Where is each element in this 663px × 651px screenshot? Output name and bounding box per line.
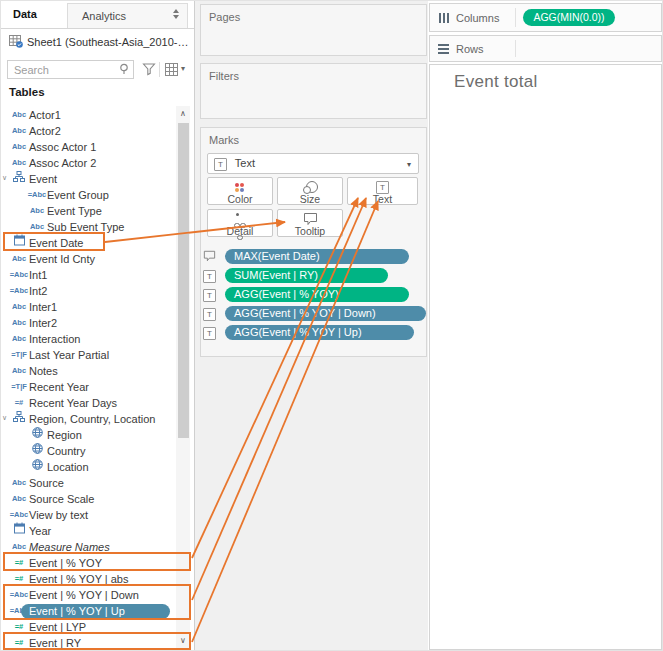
- text-mark-icon: T: [203, 326, 216, 340]
- field-actor2[interactable]: AbcActor2: [1, 122, 175, 138]
- field-location[interactable]: Location: [1, 458, 175, 474]
- field-event-group[interactable]: =AbcEvent Group: [1, 186, 175, 202]
- field-event-type[interactable]: AbcEvent Type: [1, 202, 175, 218]
- marks-pill-row: TSUM(Event | RY): [203, 267, 427, 286]
- field-label: Recent Year: [29, 381, 89, 393]
- num-icon: =#: [9, 619, 29, 635]
- field-country[interactable]: Country: [1, 442, 175, 458]
- field-recent-year[interactable]: =T|FRecent Year: [1, 378, 175, 394]
- field-label: Region, Country, Location: [29, 413, 155, 425]
- columns-shelf[interactable]: Columns AGG(MIN(0.0)): [429, 3, 662, 32]
- field-actor1[interactable]: AbcActor1: [1, 106, 175, 122]
- abc-icon: Abc: [9, 315, 29, 331]
- field-measure-names[interactable]: AbcMeasure Names: [1, 538, 175, 554]
- marks-pill[interactable]: AGG(Event | % YOY): [225, 287, 409, 302]
- filter-funnel-icon[interactable]: [142, 62, 156, 76]
- abc-icon: Abc: [9, 299, 29, 315]
- field-assoc-actor-2[interactable]: AbcAssoc Actor 2: [1, 154, 175, 170]
- tab-analytics[interactable]: Analytics: [67, 3, 188, 28]
- button-label: Size: [278, 194, 342, 204]
- abc-icon: Abc: [9, 475, 29, 491]
- field-region[interactable]: Region: [1, 426, 175, 442]
- marks-card: Marks T Text ▾ ColorSizeTText DetailTool…: [200, 127, 427, 357]
- expander-chevron-icon[interactable]: ∨: [2, 170, 9, 186]
- tooltip-bubble-icon: [203, 250, 216, 264]
- divider: [515, 8, 516, 27]
- field-event-id-cnty[interactable]: AbcEvent Id Cnty: [1, 250, 175, 266]
- rows-shelf[interactable]: Rows: [429, 35, 662, 62]
- field-int2[interactable]: =AbcInt2: [1, 282, 175, 298]
- datasource-item[interactable]: Sheet1 (Southeast-Asia_2010-202...: [9, 34, 189, 50]
- filters-shelf[interactable]: Filters: [200, 63, 427, 119]
- field-source[interactable]: AbcSource: [1, 474, 175, 490]
- field-last-year-partial[interactable]: =T|FLast Year Partial: [1, 346, 175, 362]
- scrollbar[interactable]: ∧ ∨: [176, 106, 190, 650]
- field-view-by-text[interactable]: =AbcView by text: [1, 506, 175, 522]
- field-interaction[interactable]: AbcInteraction: [1, 330, 175, 346]
- scroll-down-icon[interactable]: ∨: [176, 635, 190, 647]
- field-event-date[interactable]: Event Date: [1, 234, 175, 250]
- field-notes[interactable]: AbcNotes: [1, 362, 175, 378]
- field-label: Last Year Partial: [29, 349, 109, 361]
- data-pane: Data Analytics Sheet1 (Southeast-Asia_20…: [1, 1, 194, 651]
- eq-abc-icon: =Abc: [9, 507, 29, 523]
- text-mark-icon: T: [203, 307, 216, 321]
- tooltip-button[interactable]: Tooltip: [277, 209, 343, 237]
- marks-label: Marks: [209, 134, 239, 146]
- field-label: Sub Event Type: [47, 221, 124, 233]
- marks-pill[interactable]: AGG(Event | % YOY | Up): [225, 325, 414, 340]
- field-event-ry[interactable]: =#Event | RY: [1, 634, 175, 650]
- field-label: Event: [29, 173, 57, 185]
- chevron-down-icon[interactable]: ▾: [181, 64, 185, 73]
- marks-pill[interactable]: AGG(Event | % YOY | Down): [225, 306, 426, 321]
- field-recent-year-days[interactable]: =#Recent Year Days: [1, 394, 175, 410]
- detail-dots-icon: [232, 212, 248, 224]
- eq-abc-icon: =Abc: [9, 283, 29, 299]
- field-event-yoy-down[interactable]: =AbcEvent | % YOY | Down: [1, 586, 175, 602]
- tab-data[interactable]: Data: [1, 1, 67, 28]
- marks-pill[interactable]: MAX(Event Date): [225, 249, 409, 264]
- field-inter2[interactable]: AbcInter2: [1, 314, 175, 330]
- field-sub-event-type[interactable]: AbcSub Event Type: [1, 218, 175, 234]
- divider: [159, 62, 160, 77]
- expander-chevron-icon[interactable]: ∨: [2, 410, 9, 426]
- pages-shelf[interactable]: Pages: [200, 4, 427, 56]
- field-assoc-actor-1[interactable]: AbcAssoc Actor 1: [1, 138, 175, 154]
- field-event-yoy[interactable]: =#Event | % YOY: [1, 554, 175, 570]
- chevron-down-icon[interactable]: ▾: [407, 161, 411, 169]
- pane-collapse-icon[interactable]: [173, 9, 180, 19]
- field-region-country-location[interactable]: ∨Region, Country, Location: [1, 410, 175, 426]
- eq-tf-icon: =T|F: [9, 347, 29, 363]
- pane-tabs: Data Analytics: [1, 1, 194, 29]
- columns-pill[interactable]: AGG(MIN(0.0)): [523, 9, 615, 26]
- field-event[interactable]: ∨Event: [1, 170, 175, 186]
- abc-icon: Abc: [27, 203, 47, 219]
- size-button[interactable]: Size: [277, 177, 343, 205]
- field-event-yoy-abs[interactable]: =#Event | % YOY | abs: [1, 570, 175, 586]
- abc-icon: Abc: [9, 123, 29, 139]
- text-button[interactable]: TText: [347, 177, 418, 205]
- field-int1[interactable]: =AbcInt1: [1, 266, 175, 282]
- eq-abc-icon: =Abc: [9, 587, 29, 603]
- mark-type-dropdown[interactable]: T Text ▾: [207, 153, 419, 174]
- field-label: Int1: [29, 269, 47, 281]
- abc-icon: Abc: [9, 251, 29, 267]
- marks-pill[interactable]: SUM(Event | RY): [225, 268, 388, 283]
- fields-list: AbcActor1AbcActor2AbcAssoc Actor 1AbcAss…: [1, 106, 175, 650]
- scrollbar-thumb[interactable]: [178, 123, 189, 438]
- search-input[interactable]: [7, 60, 134, 79]
- marks-pill-row: TAGG(Event | % YOY): [203, 286, 427, 305]
- view-grid-icon[interactable]: [165, 63, 178, 76]
- field-year[interactable]: Year: [1, 522, 175, 538]
- detail-button[interactable]: Detail: [207, 209, 273, 237]
- num-icon: =#: [9, 555, 29, 571]
- field-event-yoy-up[interactable]: =AbcEvent | % YOY | Up: [1, 602, 175, 618]
- scroll-up-icon[interactable]: ∧: [176, 108, 190, 120]
- abc-icon: Abc: [9, 539, 29, 555]
- field-source-scale[interactable]: AbcSource Scale: [1, 490, 175, 506]
- eq-abc-icon: =Abc: [9, 267, 29, 283]
- color-button[interactable]: Color: [207, 177, 273, 205]
- field-label: Year: [29, 525, 51, 537]
- field-inter1[interactable]: AbcInter1: [1, 298, 175, 314]
- field-event-lyp[interactable]: =#Event | LYP: [1, 618, 175, 634]
